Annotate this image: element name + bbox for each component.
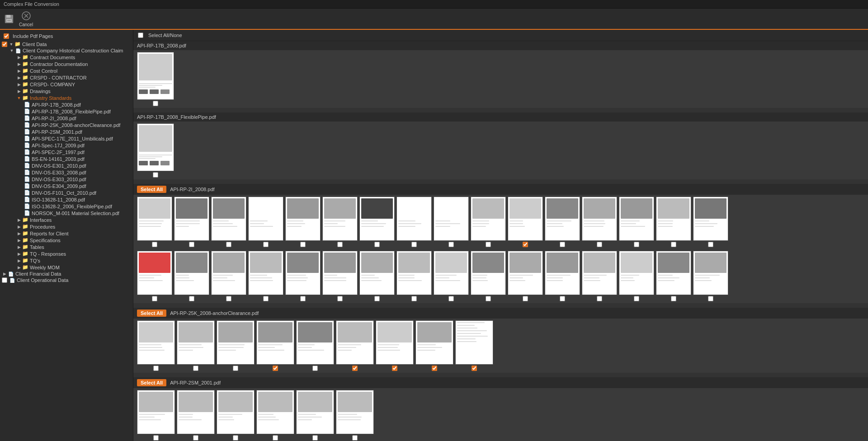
thumb-check[interactable] <box>233 435 238 441</box>
tree-item-interfaces[interactable]: ▶ 📁 Interfaces <box>0 216 133 223</box>
client-data-checkbox[interactable] <box>2 42 7 47</box>
thumb-check[interactable] <box>300 296 306 301</box>
thumb-check[interactable] <box>708 296 713 301</box>
thumb-check[interactable] <box>300 242 306 247</box>
thumb-check[interactable] <box>634 242 639 247</box>
thumb-check[interactable] <box>153 435 159 441</box>
tree-item-dnv-f101[interactable]: 📄 DNV-OS-F101_Oct_2010.pdf <box>0 189 133 196</box>
thumb-check[interactable] <box>263 296 269 301</box>
cancel-label: Cancel <box>19 22 33 27</box>
thumb-img <box>248 251 283 295</box>
thumb-check[interactable] <box>153 366 159 371</box>
tree-item-client-operational[interactable]: 📄 Client Operational Data <box>0 277 133 283</box>
thumb-check[interactable] <box>352 366 358 371</box>
tree-item-crspd-contractor[interactable]: ▶ 📁 CRSPD - CONTRACTOR <box>0 74 133 81</box>
thumb-check[interactable] <box>411 242 417 247</box>
thumb-check[interactable] <box>486 242 491 247</box>
thumb-check[interactable] <box>352 435 358 441</box>
tree-item-api-spec-17e[interactable]: 📄 API-SPEC-17E_2011_Umbilicals.pdf <box>0 135 133 142</box>
tree-item-norsok[interactable]: 📄 NORSOK_M-001 Material Selection.pdf <box>0 210 133 216</box>
thumb-check[interactable] <box>337 242 343 247</box>
tree-item-tqs[interactable]: ▶ 📁 TQ's <box>0 257 133 264</box>
thumb-check-2[interactable] <box>153 172 158 178</box>
thumb-check[interactable] <box>189 242 194 247</box>
thumb-check[interactable] <box>152 242 157 247</box>
tree-item-api-rp-25m[interactable]: 📄 API-RP-2SM_2001.pdf <box>0 128 133 135</box>
thumb-check[interactable] <box>193 366 198 371</box>
thumb-check[interactable] <box>597 242 602 247</box>
thumb-check[interactable] <box>708 242 713 247</box>
tree-item-bs-en-14161[interactable]: 📄 BS-EN-14161_2003.pdf <box>0 155 133 162</box>
select-all-btn-api-rp-2i[interactable]: Select All <box>137 186 166 193</box>
thumb-check[interactable] <box>523 242 528 247</box>
tree-item-dnv-e303-2008[interactable]: 📄 DNV-OS-E303_2008.pdf <box>0 169 133 176</box>
thumb-check[interactable] <box>226 296 231 301</box>
tree-item-api-rp-17b-flex[interactable]: 📄 API-RP-17B_2008_FlexiblePipe.pdf <box>0 108 133 115</box>
thumb-check[interactable] <box>671 242 676 247</box>
page-sim <box>434 197 468 240</box>
save-button[interactable] <box>4 14 14 24</box>
thumb-check[interactable] <box>523 296 528 301</box>
thumb-check[interactable] <box>312 366 318 371</box>
thumb-check[interactable] <box>472 366 477 371</box>
tree-arrow-industry-standards: ▼ <box>16 96 22 100</box>
tree-item-reports[interactable]: ▶ 📁 Reports for Client <box>0 230 133 237</box>
tree-item-specifications[interactable]: ▶ 📁 Specifications <box>0 237 133 244</box>
thumb-check[interactable] <box>392 366 397 371</box>
tree-item-tables[interactable]: ▶ 📁 Tables <box>0 244 133 250</box>
cancel-button[interactable]: Cancel <box>19 10 33 27</box>
tree-item-api-rp-2i[interactable]: 📄 API-RP-2I_2008.pdf <box>0 115 133 122</box>
thumb-check[interactable] <box>233 366 238 371</box>
thumb-check[interactable] <box>411 296 417 301</box>
tree-item-iso-13628-11[interactable]: 📄 ISO-13628-11_2008.pdf <box>0 196 133 203</box>
tree-item-api-rp-25k[interactable]: 📄 API-RP-25K_2008-anchorClearance.pdf <box>0 122 133 128</box>
tree-item-dnv-e304[interactable]: 📄 DNV-OS-E304_2009.pdf <box>0 183 133 189</box>
thumb-check[interactable] <box>312 435 318 441</box>
thumb-check[interactable] <box>671 296 676 301</box>
tree-item-crspd-company[interactable]: ▶ 📁 CRSPD- COMPANY <box>0 81 133 88</box>
tree-item-drawings[interactable]: ▶ 📁 Drawings <box>0 88 133 94</box>
thumb-check[interactable] <box>263 242 269 247</box>
select-all-btn-api-rp-25k[interactable]: Select All <box>137 310 166 317</box>
tree-item-contract-docs[interactable]: ▶ 📁 Contract Documents <box>0 54 133 61</box>
thumb-check[interactable] <box>273 435 278 441</box>
tree-item-contractor-doc[interactable]: ▶ 📁 Contractor Documentation <box>0 61 133 67</box>
select-all-none-checkbox[interactable] <box>138 33 143 38</box>
client-operational-checkbox[interactable] <box>2 277 7 283</box>
thumb-check[interactable] <box>448 242 454 247</box>
tree-item-dnv-e301[interactable]: 📄 DNV-OS-E301_2010.pdf <box>0 162 133 169</box>
thumb-check[interactable] <box>634 296 639 301</box>
thumb-check[interactable] <box>432 366 437 371</box>
select-all-btn-api-rp-25m[interactable]: Select All <box>137 379 166 386</box>
thumb-check[interactable] <box>273 366 278 371</box>
tree-item-industry-standards[interactable]: ▼ 📁 Industry Standards <box>0 94 133 101</box>
include-pdf-pages-checkbox[interactable] <box>4 33 9 39</box>
thumb-check[interactable] <box>226 242 231 247</box>
thumb-check[interactable] <box>448 296 454 301</box>
tree-item-client-data[interactable]: ▼ 📁 Client Data <box>0 41 133 47</box>
tree-item-client-financial[interactable]: ▶ 📄 Client Financial Data <box>0 271 133 277</box>
sidebar[interactable]: Include Pdf Pages ▼ 📁 Client Data ▼ 📄 Cl… <box>0 30 133 441</box>
thumb-check[interactable] <box>597 296 602 301</box>
tree-item-procedures[interactable]: ▶ 📁 Procedures <box>0 223 133 230</box>
tree-item-weekly-mom[interactable]: ▶ 📁 Weekly MOM <box>0 264 133 271</box>
tree-item-iso-13628-2[interactable]: 📄 ISO-13628-2_2006_FlexiblePipe.pdf <box>0 203 133 210</box>
thumb-check[interactable] <box>189 296 194 301</box>
thumb-check[interactable] <box>337 296 343 301</box>
tree-item-api-spec-2f[interactable]: 📄 API-SPEC-2F_1997.pdf <box>0 149 133 155</box>
thumb-check[interactable] <box>560 242 565 247</box>
thumb-check[interactable] <box>560 296 565 301</box>
thumb-check[interactable] <box>486 296 491 301</box>
thumb-img <box>396 197 432 241</box>
tree-item-api-rp-17b[interactable]: 📄 API-RP-17B_2008.pdf <box>0 101 133 108</box>
tree-item-dnv-e303-2010[interactable]: 📄 DNV-OS-E303_2010.pdf <box>0 176 133 183</box>
thumb-check[interactable] <box>374 242 380 247</box>
thumb-check-1[interactable] <box>153 101 158 106</box>
tree-item-client-company[interactable]: ▼ 📄 Client Company Historical Constructi… <box>0 47 133 54</box>
thumb-check[interactable] <box>374 296 380 301</box>
tree-item-api-spec-17j[interactable]: 📄 API-Spec-17J_2009.pdf <box>0 142 133 149</box>
thumb-check[interactable] <box>152 296 157 301</box>
thumb-check[interactable] <box>193 435 198 441</box>
tree-item-cost-control[interactable]: ▶ 📁 Cost Control <box>0 67 133 74</box>
tree-item-tq-responses[interactable]: ▶ 📁 TQ - Responses <box>0 250 133 257</box>
